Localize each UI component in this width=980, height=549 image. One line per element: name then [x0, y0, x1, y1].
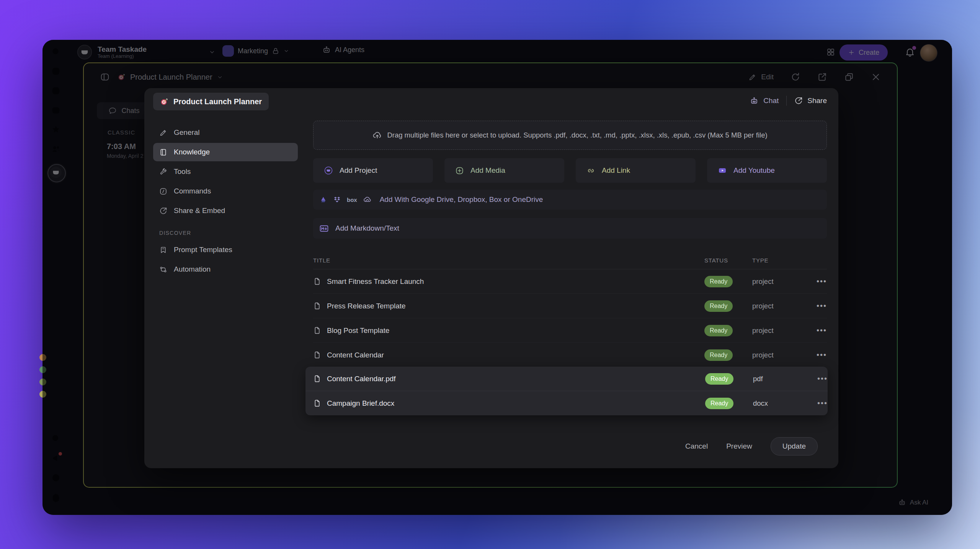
add-project-label: Add Project [340, 166, 377, 175]
add-youtube-button[interactable]: Add Youtube [707, 158, 827, 183]
row-type: pdf [753, 375, 763, 383]
bookmark-icon [159, 246, 167, 254]
youtube-icon [718, 166, 727, 175]
cloud-upload-icon [372, 131, 382, 140]
add-markdown-label: Add Markdown/Text [335, 224, 399, 233]
table-header: TITLE STATUS TYPE [313, 257, 827, 264]
row-menu-button[interactable]: ••• [817, 374, 828, 383]
app-window: Team Taskade Team (Learning) Marketing A… [42, 40, 952, 515]
nav-item-prompt-templates[interactable]: Prompt Templates [153, 241, 298, 259]
automation-icon [159, 265, 167, 274]
row-type: project [752, 326, 774, 334]
status-badge: Ready [705, 373, 733, 385]
modal-footer: Cancel Preview Update [685, 437, 818, 456]
chat-button-label: Chat [763, 97, 779, 105]
status-badge: Ready [704, 300, 733, 312]
nav-item-commands[interactable]: Commands [153, 182, 298, 200]
add-link-label: Add Link [602, 166, 630, 175]
update-button-label: Update [782, 442, 806, 451]
nav-item-label: Knowledge [174, 148, 210, 156]
nav-item-automation[interactable]: Automation [153, 260, 298, 279]
book-icon [159, 148, 167, 156]
col-status-label: STATUS [704, 257, 728, 264]
row-title: Press Release Template [327, 302, 406, 310]
nav-item-tools[interactable]: Tools [153, 162, 298, 181]
add-media-button[interactable]: Add Media [444, 158, 564, 183]
knowledge-panel: Drag multiple files here or select to up… [313, 121, 827, 415]
col-type-label: TYPE [752, 257, 768, 264]
modal-title-pill: Product Launch Planner [153, 93, 269, 110]
pencil-icon [159, 129, 167, 137]
add-markdown-button[interactable]: Add Markdown/Text [313, 218, 827, 239]
file-dropzone[interactable]: Drag multiple files here or select to up… [313, 121, 827, 150]
share-button[interactable]: Share [794, 97, 827, 105]
taskade-project-icon [324, 166, 333, 175]
knowledge-table: TITLE STATUS TYPE Smart Fitness Tracker … [313, 257, 827, 415]
col-title-label: TITLE [313, 257, 330, 264]
file-icon [313, 399, 321, 407]
status-badge: Ready [704, 325, 733, 336]
preview-button[interactable]: Preview [726, 442, 752, 451]
modal-nav: General Knowledge Tools Commands Share &… [153, 123, 298, 280]
link-icon [586, 166, 595, 175]
modal-actions: Chat Share [750, 96, 827, 106]
slash-icon [159, 187, 167, 195]
chat-button[interactable]: Chat [750, 96, 779, 105]
divider [786, 96, 787, 106]
nav-item-knowledge[interactable]: Knowledge [153, 143, 298, 161]
row-menu-button[interactable]: ••• [817, 326, 827, 335]
share-icon [159, 207, 167, 215]
table-row[interactable]: Press Release Template Ready project ••• [313, 294, 827, 318]
status-badge: Ready [704, 349, 733, 361]
row-title: Content Calendar [327, 351, 384, 359]
table-row[interactable]: Content Calendar.pdf Ready pdf ••• [305, 367, 828, 391]
nav-item-label: Commands [174, 187, 211, 195]
row-title: Blog Post Template [327, 326, 389, 335]
row-menu-button[interactable]: ••• [817, 399, 828, 408]
share-button-label: Share [807, 97, 827, 105]
add-cloud-storage-button[interactable]: box Add With Google Drive, Dropbox, Box … [313, 190, 827, 210]
add-media-label: Add Media [470, 166, 505, 175]
file-icon [313, 302, 321, 310]
nav-item-share-embed[interactable]: Share & Embed [153, 202, 298, 220]
add-source-row: Add Project Add Media Add Link Add Youtu… [313, 158, 827, 183]
discover-section-label: DISCOVER [159, 230, 298, 236]
add-link-button[interactable]: Add Link [576, 158, 696, 183]
box-icon: box [347, 197, 357, 203]
status-badge: Ready [705, 398, 733, 409]
media-plus-icon [455, 166, 464, 175]
desktop-background: Team Taskade Team (Learning) Marketing A… [0, 0, 980, 549]
file-icon [313, 351, 321, 359]
row-title: Content Calendar.pdf [327, 375, 396, 383]
nav-item-label: Prompt Templates [174, 246, 232, 254]
wrench-icon [159, 168, 167, 176]
dropbox-icon [333, 196, 341, 204]
cancel-button[interactable]: Cancel [685, 442, 708, 451]
nav-item-label: Share & Embed [174, 206, 225, 215]
table-row[interactable]: Blog Post Template Ready project ••• [313, 318, 827, 343]
add-project-button[interactable]: Add Project [313, 158, 433, 183]
nav-item-general[interactable]: General [153, 123, 298, 142]
table-row[interactable]: Content Calendar Ready project ••• [313, 343, 827, 367]
nav-item-label: Automation [174, 265, 211, 274]
table-row[interactable]: Smart Fitness Tracker Launch Ready proje… [313, 269, 827, 294]
recent-files-card: Content Calendar.pdf Ready pdf ••• Campa… [305, 367, 828, 415]
row-type: docx [753, 399, 768, 407]
row-title: Smart Fitness Tracker Launch [327, 277, 424, 286]
robot-icon [750, 96, 759, 105]
file-icon [313, 375, 321, 383]
nav-item-label: General [174, 128, 200, 137]
onedrive-icon [363, 195, 372, 204]
modal-title: Product Launch Planner [173, 97, 262, 106]
row-type: project [752, 302, 774, 310]
row-menu-button[interactable]: ••• [817, 277, 827, 286]
row-menu-button[interactable]: ••• [817, 302, 827, 310]
row-type: project [752, 351, 774, 359]
share-icon [794, 97, 803, 105]
row-menu-button[interactable]: ••• [817, 351, 827, 359]
update-button[interactable]: Update [771, 437, 818, 456]
dropzone-label: Drag multiple files here or select to up… [387, 131, 767, 139]
file-icon [313, 277, 321, 285]
add-youtube-label: Add Youtube [733, 166, 775, 175]
table-row[interactable]: Campaign Brief.docx Ready docx ••• [305, 391, 828, 415]
